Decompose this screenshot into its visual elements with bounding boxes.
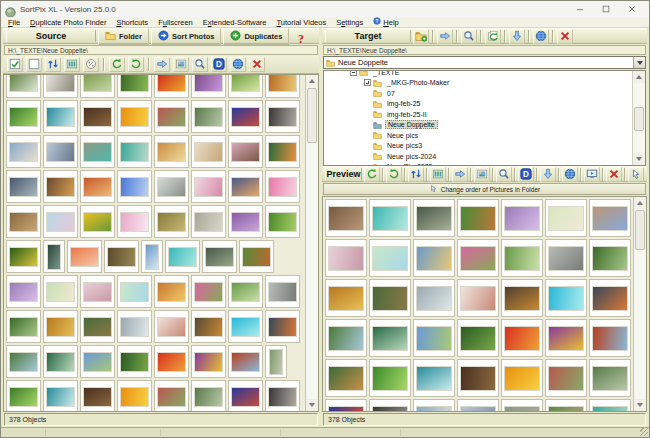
delete-x-icon[interactable] [606,167,622,182]
thumbnail[interactable] [413,399,455,412]
thumbnail[interactable] [141,240,163,273]
thumbnail[interactable] [501,319,543,357]
thumbnail[interactable] [191,310,226,343]
thumbnail[interactable] [43,170,78,203]
folder-combobox[interactable]: Neue Doppelte [323,56,646,69]
thumbnail[interactable] [413,319,455,357]
magnifier-icon[interactable] [192,57,208,72]
thumbnail[interactable] [43,240,65,273]
scrollbar-thumb[interactable] [307,88,317,143]
expand-icon[interactable] [364,79,371,86]
rotate-left-icon[interactable] [109,57,125,72]
thumbnail[interactable] [325,279,367,317]
d-badge-icon[interactable]: D [518,167,534,182]
arrow-right-blue-icon[interactable] [452,167,468,182]
thumbnail[interactable] [457,279,499,317]
thumbnail[interactable] [413,199,455,237]
thumbnail[interactable] [457,399,499,412]
thumbnail[interactable] [117,380,152,412]
thumbnail[interactable] [117,100,152,133]
thumbnail[interactable] [6,275,41,308]
thumbnail[interactable] [265,100,300,133]
thumbnail[interactable] [369,399,411,412]
monitor-icon[interactable] [584,167,600,182]
thumbnail[interactable] [6,135,41,168]
menu-item-tutorial-videos[interactable]: Tutorial Videos [272,18,332,27]
thumbnail[interactable] [104,240,139,273]
thumbnail[interactable] [265,345,287,378]
globe-icon[interactable] [562,167,578,182]
help-question-icon[interactable]: ? [295,30,308,43]
tree-item-root[interactable]: _TEXTE [324,70,632,78]
thumbnail[interactable] [228,100,263,133]
thumbnail[interactable] [191,100,226,133]
collapse-icon[interactable] [350,70,357,76]
thumbnail[interactable] [457,319,499,357]
thumbnail[interactable] [6,170,41,203]
thumbnail[interactable] [228,275,263,308]
sort-updown-icon[interactable] [45,57,61,72]
thumbnail[interactable] [545,239,587,277]
tree-item--mkg-photo-maker[interactable]: _MKG-Photo-Maker [324,78,632,89]
rotate-right-icon[interactable] [386,167,402,182]
thumbnail[interactable] [545,399,587,412]
thumbnail[interactable] [265,275,300,308]
scroll-down-icon[interactable] [306,399,318,411]
thumbnail[interactable] [457,359,499,397]
scroll-down-icon[interactable] [634,399,646,411]
thumbnail[interactable] [369,279,411,317]
thumbnail[interactable] [191,275,226,308]
d-badge-icon[interactable]: D [211,57,227,72]
thumbnail[interactable] [545,199,587,237]
thumbnail[interactable] [239,240,274,273]
thumbnail[interactable] [154,170,189,203]
arrow-right-blue-icon[interactable] [437,29,453,44]
menu-item-settings[interactable]: Settings [331,18,368,27]
menu-item-fullscreen[interactable]: Fullscreen [153,18,198,27]
scroll-up-icon[interactable] [633,71,645,83]
thumbnail[interactable] [228,310,263,343]
thumbnail[interactable] [191,74,226,98]
thumbnail[interactable] [228,135,263,168]
change-order-icon[interactable] [628,167,644,182]
thumbnail[interactable] [369,199,411,237]
menu-item-duplicate-photo-finder[interactable]: Duplicate Photo Finder [25,18,111,27]
thumbnail[interactable] [154,310,189,343]
thumbnail[interactable] [117,275,152,308]
tree-item-neue-pics-2024[interactable]: Neue pics-2024 [324,151,632,162]
maximize-icon[interactable] [593,2,619,16]
duplicates-button[interactable]: Duplicates [223,28,289,45]
thumbnail[interactable] [43,275,78,308]
thumbnail[interactable] [265,205,300,238]
thumbs-table-icon[interactable] [64,57,80,72]
thumbnail[interactable] [80,380,115,412]
image-slide-icon[interactable] [173,57,189,72]
thumbnail[interactable] [80,74,115,98]
menu-item-shortcuts[interactable]: Shortcuts [111,18,153,27]
thumbnail[interactable] [191,380,226,412]
thumbnail[interactable] [117,205,152,238]
thumbnail[interactable] [154,100,189,133]
thumbnail[interactable] [413,279,455,317]
thumbnail[interactable] [265,380,300,412]
scroll-up-icon[interactable] [306,75,318,87]
thumbnail[interactable] [325,319,367,357]
thumbnail[interactable] [369,239,411,277]
thumbnail[interactable] [117,170,152,203]
thumbnail[interactable] [6,240,41,273]
tree-item-img-feb-25[interactable]: img-feb-25 [324,99,632,110]
folder-button[interactable]: Folder [98,28,149,45]
check-on-icon[interactable] [7,57,23,72]
thumbnail[interactable] [501,399,543,412]
close-icon[interactable] [619,2,645,16]
thumbnail[interactable] [80,345,115,378]
thumbnail[interactable] [117,310,152,343]
chevron-down-icon[interactable] [633,57,645,68]
delete-x-icon[interactable] [249,57,265,72]
thumbnail[interactable] [325,359,367,397]
thumbnail[interactable] [545,359,587,397]
thumbnail[interactable] [413,239,455,277]
folder-add-icon[interactable] [413,29,429,44]
thumbnail[interactable] [369,319,411,357]
thumbnail[interactable] [325,199,367,237]
